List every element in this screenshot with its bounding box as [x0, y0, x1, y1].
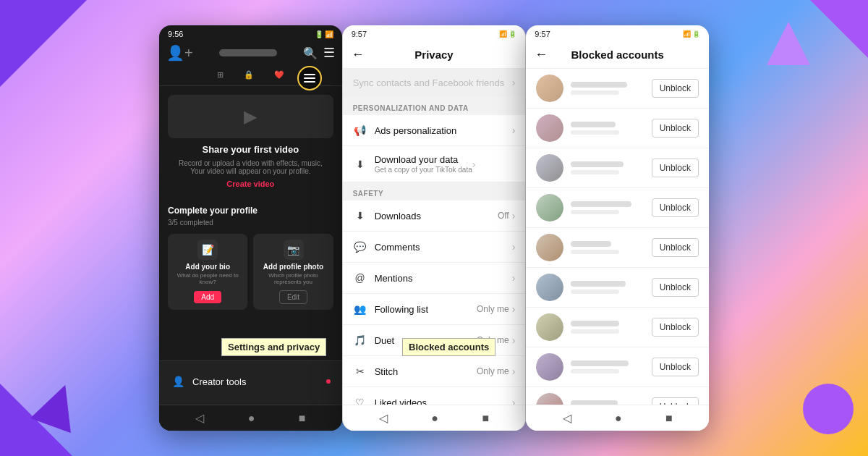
account-row-3: Unblock	[526, 148, 709, 188]
search-icon[interactable]: 🔍	[303, 46, 318, 60]
unblock-button-5[interactable]: Unblock	[652, 238, 699, 257]
notification-dot	[326, 379, 331, 384]
menu-line-3	[304, 81, 315, 83]
blocked-accounts-list[interactable]: Unblock Unblock	[526, 69, 709, 409]
name-bar2-6	[571, 290, 619, 294]
stitch-label: Stitch	[375, 366, 477, 377]
name-bar2-1	[571, 90, 619, 95]
account-row-5: Unblock	[526, 228, 709, 268]
name-bar-7	[571, 321, 619, 326]
downloads-chevron: ›	[512, 210, 516, 221]
bottom-nav-blocked: ◁ ● ■	[526, 405, 709, 431]
privacy-sync-item[interactable]: Sync contacts and Facebook friends ›	[343, 69, 526, 97]
create-video-btn[interactable]: Create video	[168, 180, 333, 188]
unblock-button-4[interactable]: Unblock	[652, 198, 699, 217]
privacy-download-item[interactable]: ⬇ Download your data Get a copy of your …	[343, 146, 526, 182]
blocked-back-button[interactable]: ←	[535, 47, 548, 62]
recent-nav-icon[interactable]: ■	[299, 412, 306, 425]
signal-icon: 📶	[499, 30, 507, 38]
back-nav-icon[interactable]: ◁	[195, 411, 204, 425]
recent-nav-privacy[interactable]: ■	[482, 412, 489, 425]
battery-icon-3: 🔋	[692, 30, 700, 38]
following-label: Following list	[375, 304, 477, 315]
add-user-icon[interactable]: 👤+	[166, 44, 193, 62]
privacy-ads-item[interactable]: 📢 Ads personalization ›	[343, 115, 526, 146]
account-row-6: Unblock	[526, 268, 709, 308]
duet-icon: 🎵	[353, 333, 367, 347]
privacy-scroll[interactable]: Sync contacts and Facebook friends › PER…	[343, 69, 526, 409]
mentions-chevron: ›	[512, 272, 516, 284]
name-bar2-8	[571, 369, 619, 373]
unblock-button-6[interactable]: Unblock	[652, 278, 699, 297]
name-bar-6	[571, 281, 626, 287]
screens-container: 9:56 🔋 📶 👤+ 🔍 ☰ ⊞ 🔒 ❤️ ▶ Sha	[0, 0, 868, 456]
unblock-button-3[interactable]: Unblock	[652, 159, 699, 177]
screen-home: 9:56 🔋 📶 👤+ 🔍 ☰ ⊞ 🔒 ❤️ ▶ Sha	[159, 25, 342, 431]
account-name-5	[571, 241, 651, 254]
sync-text: Sync contacts and Facebook friends	[353, 77, 512, 88]
unblock-button-1[interactable]: Unblock	[652, 79, 699, 98]
comments-label: Comments	[375, 242, 512, 253]
video-placeholder: ▶	[168, 95, 333, 138]
top-bar-home: 👤+ 🔍 ☰	[159, 41, 342, 64]
battery-icon-2: 🔋	[509, 30, 516, 38]
bio-desc: What do people need to know?	[174, 272, 242, 285]
name-bar2-3	[571, 170, 619, 174]
privacy-comments-item[interactable]: 💬 Comments ›	[343, 232, 526, 263]
sidebar-item-creator-tools[interactable]: 👤 Creator tools	[159, 367, 342, 396]
creator-tools-label: Creator tools	[192, 376, 246, 387]
tab-lock[interactable]: 🔒	[239, 69, 258, 81]
mentions-label: Mentions	[375, 273, 512, 284]
time-privacy: 9:57	[352, 30, 367, 38]
account-name-4	[571, 201, 651, 214]
privacy-back-button[interactable]: ←	[352, 47, 365, 62]
add-bio-button[interactable]: Add	[194, 291, 221, 303]
downloads-icon: ⬇	[353, 208, 367, 223]
home-nav-privacy[interactable]: ●	[431, 412, 438, 425]
avatar-6	[536, 274, 563, 301]
stitch-chevron: ›	[512, 366, 516, 377]
menu-line-2	[304, 77, 315, 79]
name-bar-1	[571, 82, 627, 88]
privacy-mentions-item[interactable]: @ Mentions ›	[343, 263, 526, 294]
hamburger-highlight[interactable]	[297, 66, 322, 90]
edit-photo-button[interactable]: Edit	[279, 290, 307, 304]
avatar-4	[536, 194, 563, 221]
photo-card: 📷 Add profile photo Which profile photo …	[253, 234, 333, 310]
account-row-4: Unblock	[526, 188, 709, 228]
creator-tools-icon: 👤	[171, 374, 185, 389]
status-bar-blocked: 9:57 📶 🔋	[526, 25, 709, 41]
wifi-icon: 📶	[325, 30, 333, 38]
tab-grid[interactable]: ⊞	[213, 69, 228, 81]
name-bar-3	[571, 161, 623, 167]
downloads-value: Off	[498, 211, 509, 221]
name-bar2-7	[571, 329, 619, 334]
unblock-button-7[interactable]: Unblock	[652, 318, 699, 337]
screen-privacy: 9:57 📶 🔋 ← Privacy Sync contacts and Fac…	[342, 25, 527, 431]
username-bar	[219, 49, 277, 56]
status-icons-home: 🔋 📶	[315, 30, 333, 38]
duet-chevron: ›	[512, 334, 516, 346]
back-nav-privacy[interactable]: ◁	[379, 411, 388, 425]
home-nav-blocked[interactable]: ●	[615, 412, 622, 425]
privacy-downloads-item[interactable]: ⬇ Downloads Off ›	[343, 200, 526, 232]
avatar-2	[536, 114, 563, 142]
battery-icon: 🔋	[315, 30, 323, 38]
name-bar-2	[571, 122, 615, 127]
recent-nav-blocked[interactable]: ■	[665, 412, 673, 425]
privacy-duet-item[interactable]: 🎵 Duet Only me ›	[343, 325, 526, 356]
unblock-button-2[interactable]: Unblock	[652, 119, 699, 138]
privacy-stitch-item[interactable]: ✂ Stitch Only me ›	[343, 356, 526, 387]
unblock-button-8[interactable]: Unblock	[652, 358, 699, 376]
menu-icon[interactable]: ☰	[323, 45, 335, 61]
blocked-title: Blocked accounts	[571, 48, 663, 61]
stitch-icon: ✂	[353, 364, 367, 379]
stitch-value: Only me	[477, 366, 509, 376]
name-bar2-5	[571, 250, 619, 254]
back-nav-blocked[interactable]: ◁	[563, 411, 571, 425]
tab-heart[interactable]: ❤️	[270, 69, 289, 81]
account-name-6	[571, 281, 651, 294]
share-desc: Record or upload a video with effects, m…	[168, 159, 333, 175]
home-nav-icon[interactable]: ●	[248, 412, 255, 425]
privacy-following-item[interactable]: 👥 Following list Only me ›	[343, 294, 526, 325]
